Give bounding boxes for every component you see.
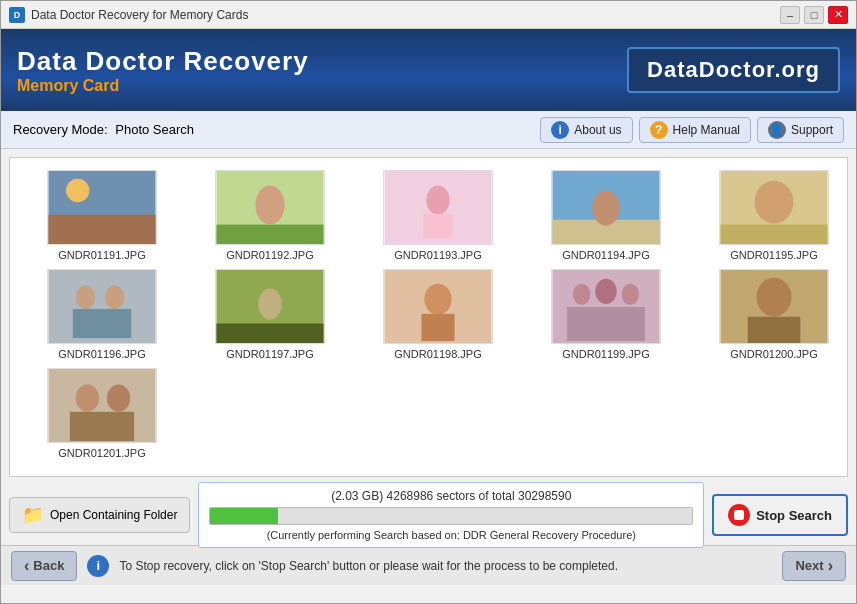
photo-item[interactable]: GNDR01195.JPG	[694, 170, 848, 261]
photo-filename: GNDR01193.JPG	[394, 249, 481, 261]
svg-point-17	[105, 286, 124, 309]
progress-bar	[209, 507, 693, 525]
svg-rect-20	[216, 324, 323, 343]
svg-rect-4	[216, 225, 323, 244]
svg-point-21	[258, 288, 281, 319]
help-label: Help Manual	[673, 123, 740, 137]
close-button[interactable]: ✕	[828, 6, 848, 24]
bottom-panel: 📁 Open Containing Folder (2.03 GB) 42689…	[9, 485, 848, 545]
maximize-button[interactable]: □	[804, 6, 824, 24]
brand-title: Data Doctor Recovery	[17, 46, 309, 77]
progress-panel: (2.03 GB) 4268986 sectors of total 30298…	[198, 482, 704, 548]
photo-grid: GNDR01191.JPGGNDR01192.JPGGNDR01193.JPGG…	[10, 158, 847, 471]
next-button[interactable]: Next ›	[782, 551, 846, 581]
photo-item[interactable]: GNDR01193.JPG	[358, 170, 518, 261]
photo-item[interactable]: GNDR01197.JPG	[190, 269, 350, 360]
photo-thumbnail	[551, 269, 661, 344]
svg-rect-32	[748, 317, 801, 343]
svg-point-28	[622, 284, 640, 305]
help-icon: ?	[650, 121, 668, 139]
folder-icon: 📁	[22, 504, 44, 526]
support-icon: 👤	[768, 121, 786, 139]
photo-item[interactable]: GNDR01196.JPG	[22, 269, 182, 360]
photo-filename: GNDR01197.JPG	[226, 348, 313, 360]
svg-point-14	[755, 181, 794, 224]
photo-grid-container[interactable]: GNDR01191.JPGGNDR01192.JPGGNDR01193.JPGG…	[9, 157, 848, 477]
svg-point-26	[573, 284, 591, 305]
svg-rect-29	[567, 307, 645, 341]
photo-thumbnail	[383, 269, 493, 344]
toolbar-buttons: i About us ? Help Manual 👤 Support	[540, 117, 844, 143]
photo-filename: GNDR01201.JPG	[58, 447, 145, 459]
svg-rect-36	[70, 412, 134, 441]
app-title: Data Doctor Recovery for Memory Cards	[31, 8, 780, 22]
photo-item[interactable]: GNDR01199.JPG	[526, 269, 686, 360]
photo-thumbnail	[47, 368, 157, 443]
support-label: Support	[791, 123, 833, 137]
photo-filename: GNDR01191.JPG	[58, 249, 145, 261]
photo-filename: GNDR01198.JPG	[394, 348, 481, 360]
status-text: To Stop recovery, click on 'Stop Search'…	[119, 559, 772, 573]
window-controls: – □ ✕	[780, 6, 848, 24]
about-button[interactable]: i About us	[540, 117, 632, 143]
photo-thumbnail	[215, 170, 325, 245]
photo-thumbnail	[47, 170, 157, 245]
svg-point-23	[424, 284, 451, 315]
info-icon: i	[551, 121, 569, 139]
open-folder-label: Open Containing Folder	[50, 508, 177, 522]
support-button[interactable]: 👤 Support	[757, 117, 844, 143]
brand-logo: DataDoctor.org	[627, 47, 840, 93]
svg-point-31	[756, 278, 791, 317]
stop-search-label: Stop Search	[756, 508, 832, 523]
brand-subtitle: Memory Card	[17, 77, 309, 95]
svg-point-35	[107, 385, 130, 412]
svg-point-34	[76, 385, 99, 412]
photo-item[interactable]: GNDR01194.JPG	[526, 170, 686, 261]
back-button[interactable]: ‹ Back	[11, 551, 77, 581]
minimize-button[interactable]: –	[780, 6, 800, 24]
photo-filename: GNDR01192.JPG	[226, 249, 313, 261]
title-bar: D Data Doctor Recovery for Memory Cards …	[1, 1, 856, 29]
svg-point-11	[592, 190, 619, 225]
stop-icon	[728, 504, 750, 526]
photo-item[interactable]: GNDR01201.JPG	[22, 368, 182, 459]
svg-rect-1	[48, 215, 155, 244]
next-chevron: ›	[828, 557, 833, 575]
next-label: Next	[795, 558, 823, 573]
svg-point-5	[255, 186, 284, 225]
svg-rect-8	[423, 214, 452, 238]
progress-info: (2.03 GB) 4268986 sectors of total 30298…	[209, 489, 693, 503]
photo-item[interactable]: GNDR01200.JPG	[694, 269, 848, 360]
help-button[interactable]: ? Help Manual	[639, 117, 751, 143]
photo-item[interactable]: GNDR01191.JPG	[22, 170, 182, 261]
app-icon: D	[9, 7, 25, 23]
photo-thumbnail	[719, 170, 829, 245]
status-info-icon: i	[87, 555, 109, 577]
about-label: About us	[574, 123, 621, 137]
open-folder-button[interactable]: 📁 Open Containing Folder	[9, 497, 190, 533]
photo-thumbnail	[719, 269, 829, 344]
photo-item[interactable]: GNDR01192.JPG	[190, 170, 350, 261]
svg-rect-13	[720, 225, 827, 244]
mode-value: Photo Search	[115, 122, 194, 137]
photo-filename: GNDR01195.JPG	[730, 249, 817, 261]
svg-point-16	[76, 286, 95, 309]
photo-item[interactable]: GNDR01198.JPG	[358, 269, 518, 360]
photo-filename: GNDR01199.JPG	[562, 348, 649, 360]
brand: Data Doctor Recovery Memory Card	[17, 46, 309, 95]
photo-thumbnail	[383, 170, 493, 245]
photo-filename: GNDR01200.JPG	[730, 348, 817, 360]
status-bar: ‹ Back i To Stop recovery, click on 'Sto…	[1, 545, 856, 585]
back-chevron: ‹	[24, 557, 29, 575]
svg-point-27	[595, 279, 616, 304]
photo-thumbnail	[551, 170, 661, 245]
svg-rect-24	[421, 314, 454, 341]
svg-point-7	[426, 186, 449, 215]
mode-label: Recovery Mode: Photo Search	[13, 122, 194, 137]
photo-filename: GNDR01196.JPG	[58, 348, 145, 360]
svg-rect-18	[73, 309, 131, 338]
toolbar: Recovery Mode: Photo Search i About us ?…	[1, 111, 856, 149]
photo-thumbnail	[47, 269, 157, 344]
progress-bar-fill	[210, 508, 277, 524]
stop-search-button[interactable]: Stop Search	[712, 494, 848, 536]
